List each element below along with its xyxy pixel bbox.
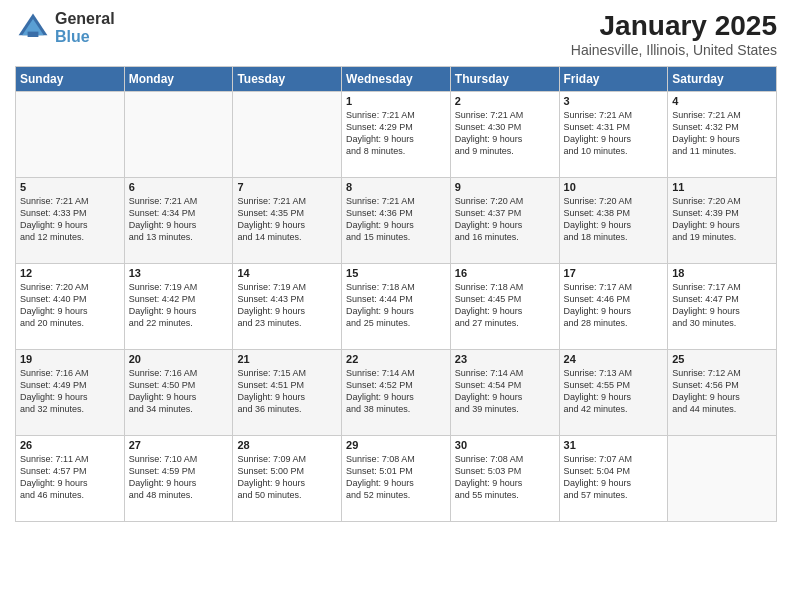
day-info: Sunrise: 7:14 AM Sunset: 4:52 PM Dayligh… [346,367,446,416]
calendar-body: 1Sunrise: 7:21 AM Sunset: 4:29 PM Daylig… [16,92,777,522]
day-number: 14 [237,267,337,279]
calendar-cell: 23Sunrise: 7:14 AM Sunset: 4:54 PM Dayli… [450,350,559,436]
day-number: 6 [129,181,229,193]
calendar-cell: 11Sunrise: 7:20 AM Sunset: 4:39 PM Dayli… [668,178,777,264]
calendar-cell: 24Sunrise: 7:13 AM Sunset: 4:55 PM Dayli… [559,350,668,436]
day-info: Sunrise: 7:19 AM Sunset: 4:42 PM Dayligh… [129,281,229,330]
day-number: 16 [455,267,555,279]
calendar-cell: 13Sunrise: 7:19 AM Sunset: 4:42 PM Dayli… [124,264,233,350]
calendar-cell: 12Sunrise: 7:20 AM Sunset: 4:40 PM Dayli… [16,264,125,350]
calendar-cell: 1Sunrise: 7:21 AM Sunset: 4:29 PM Daylig… [342,92,451,178]
day-info: Sunrise: 7:17 AM Sunset: 4:46 PM Dayligh… [564,281,664,330]
calendar-cell: 8Sunrise: 7:21 AM Sunset: 4:36 PM Daylig… [342,178,451,264]
page-container: General Blue January 2025 Hainesville, I… [0,0,792,527]
header-monday: Monday [124,67,233,92]
day-info: Sunrise: 7:08 AM Sunset: 5:03 PM Dayligh… [455,453,555,502]
day-info: Sunrise: 7:20 AM Sunset: 4:38 PM Dayligh… [564,195,664,244]
day-info: Sunrise: 7:20 AM Sunset: 4:39 PM Dayligh… [672,195,772,244]
day-info: Sunrise: 7:21 AM Sunset: 4:34 PM Dayligh… [129,195,229,244]
day-number: 11 [672,181,772,193]
header-row: Sunday Monday Tuesday Wednesday Thursday… [16,67,777,92]
calendar-cell: 17Sunrise: 7:17 AM Sunset: 4:46 PM Dayli… [559,264,668,350]
calendar-cell: 4Sunrise: 7:21 AM Sunset: 4:32 PM Daylig… [668,92,777,178]
day-number: 22 [346,353,446,365]
day-number: 4 [672,95,772,107]
calendar-cell: 5Sunrise: 7:21 AM Sunset: 4:33 PM Daylig… [16,178,125,264]
day-info: Sunrise: 7:21 AM Sunset: 4:35 PM Dayligh… [237,195,337,244]
calendar-cell: 16Sunrise: 7:18 AM Sunset: 4:45 PM Dayli… [450,264,559,350]
header-friday: Friday [559,67,668,92]
calendar-cell: 3Sunrise: 7:21 AM Sunset: 4:31 PM Daylig… [559,92,668,178]
title-block: January 2025 Hainesville, Illinois, Unit… [571,10,777,58]
day-number: 9 [455,181,555,193]
calendar-week-1: 1Sunrise: 7:21 AM Sunset: 4:29 PM Daylig… [16,92,777,178]
day-number: 13 [129,267,229,279]
day-info: Sunrise: 7:14 AM Sunset: 4:54 PM Dayligh… [455,367,555,416]
day-number: 17 [564,267,664,279]
day-info: Sunrise: 7:18 AM Sunset: 4:44 PM Dayligh… [346,281,446,330]
calendar-week-5: 26Sunrise: 7:11 AM Sunset: 4:57 PM Dayli… [16,436,777,522]
calendar-cell: 26Sunrise: 7:11 AM Sunset: 4:57 PM Dayli… [16,436,125,522]
calendar-cell [668,436,777,522]
calendar-cell [233,92,342,178]
calendar-cell: 29Sunrise: 7:08 AM Sunset: 5:01 PM Dayli… [342,436,451,522]
day-number: 20 [129,353,229,365]
calendar-cell: 22Sunrise: 7:14 AM Sunset: 4:52 PM Dayli… [342,350,451,436]
day-info: Sunrise: 7:21 AM Sunset: 4:29 PM Dayligh… [346,109,446,158]
day-info: Sunrise: 7:16 AM Sunset: 4:49 PM Dayligh… [20,367,120,416]
calendar-cell [124,92,233,178]
calendar-cell: 18Sunrise: 7:17 AM Sunset: 4:47 PM Dayli… [668,264,777,350]
day-info: Sunrise: 7:12 AM Sunset: 4:56 PM Dayligh… [672,367,772,416]
page-header: General Blue January 2025 Hainesville, I… [15,10,777,58]
header-thursday: Thursday [450,67,559,92]
day-number: 26 [20,439,120,451]
day-number: 23 [455,353,555,365]
logo: General Blue [15,10,115,46]
header-wednesday: Wednesday [342,67,451,92]
day-number: 21 [237,353,337,365]
calendar-week-2: 5Sunrise: 7:21 AM Sunset: 4:33 PM Daylig… [16,178,777,264]
day-info: Sunrise: 7:10 AM Sunset: 4:59 PM Dayligh… [129,453,229,502]
day-number: 28 [237,439,337,451]
day-info: Sunrise: 7:20 AM Sunset: 4:37 PM Dayligh… [455,195,555,244]
day-info: Sunrise: 7:21 AM Sunset: 4:32 PM Dayligh… [672,109,772,158]
day-info: Sunrise: 7:07 AM Sunset: 5:04 PM Dayligh… [564,453,664,502]
day-info: Sunrise: 7:21 AM Sunset: 4:30 PM Dayligh… [455,109,555,158]
calendar-cell: 25Sunrise: 7:12 AM Sunset: 4:56 PM Dayli… [668,350,777,436]
day-info: Sunrise: 7:21 AM Sunset: 4:33 PM Dayligh… [20,195,120,244]
calendar-cell: 10Sunrise: 7:20 AM Sunset: 4:38 PM Dayli… [559,178,668,264]
header-tuesday: Tuesday [233,67,342,92]
day-info: Sunrise: 7:15 AM Sunset: 4:51 PM Dayligh… [237,367,337,416]
calendar-cell: 30Sunrise: 7:08 AM Sunset: 5:03 PM Dayli… [450,436,559,522]
day-number: 30 [455,439,555,451]
calendar-cell: 2Sunrise: 7:21 AM Sunset: 4:30 PM Daylig… [450,92,559,178]
calendar-week-3: 12Sunrise: 7:20 AM Sunset: 4:40 PM Dayli… [16,264,777,350]
page-subtitle: Hainesville, Illinois, United States [571,42,777,58]
day-number: 18 [672,267,772,279]
day-info: Sunrise: 7:19 AM Sunset: 4:43 PM Dayligh… [237,281,337,330]
calendar-cell: 31Sunrise: 7:07 AM Sunset: 5:04 PM Dayli… [559,436,668,522]
day-number: 3 [564,95,664,107]
logo-text: General Blue [55,10,115,45]
calendar-cell: 7Sunrise: 7:21 AM Sunset: 4:35 PM Daylig… [233,178,342,264]
day-info: Sunrise: 7:18 AM Sunset: 4:45 PM Dayligh… [455,281,555,330]
day-info: Sunrise: 7:11 AM Sunset: 4:57 PM Dayligh… [20,453,120,502]
header-sunday: Sunday [16,67,125,92]
day-info: Sunrise: 7:13 AM Sunset: 4:55 PM Dayligh… [564,367,664,416]
day-info: Sunrise: 7:17 AM Sunset: 4:47 PM Dayligh… [672,281,772,330]
day-number: 31 [564,439,664,451]
calendar-cell: 20Sunrise: 7:16 AM Sunset: 4:50 PM Dayli… [124,350,233,436]
calendar-week-4: 19Sunrise: 7:16 AM Sunset: 4:49 PM Dayli… [16,350,777,436]
day-number: 19 [20,353,120,365]
day-number: 29 [346,439,446,451]
calendar-cell [16,92,125,178]
day-number: 12 [20,267,120,279]
calendar-cell: 9Sunrise: 7:20 AM Sunset: 4:37 PM Daylig… [450,178,559,264]
day-info: Sunrise: 7:21 AM Sunset: 4:36 PM Dayligh… [346,195,446,244]
day-number: 10 [564,181,664,193]
day-info: Sunrise: 7:16 AM Sunset: 4:50 PM Dayligh… [129,367,229,416]
day-info: Sunrise: 7:20 AM Sunset: 4:40 PM Dayligh… [20,281,120,330]
day-info: Sunrise: 7:09 AM Sunset: 5:00 PM Dayligh… [237,453,337,502]
calendar-cell: 14Sunrise: 7:19 AM Sunset: 4:43 PM Dayli… [233,264,342,350]
calendar-cell: 15Sunrise: 7:18 AM Sunset: 4:44 PM Dayli… [342,264,451,350]
